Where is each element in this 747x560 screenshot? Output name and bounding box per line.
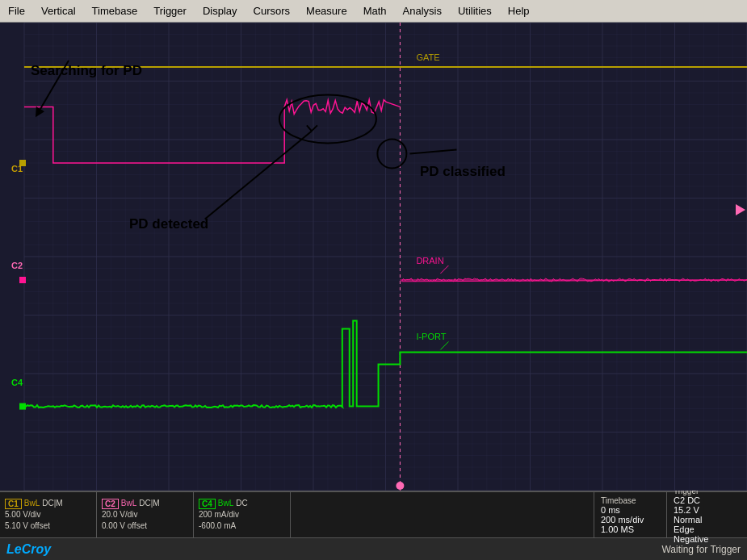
annotation-pd-classified: PD classified: [420, 164, 506, 180]
trigger-mode: Normal: [674, 515, 741, 524]
timebase-label: Timebase: [601, 496, 660, 505]
trigger-slope: Edge: [674, 524, 741, 534]
c1-scale: 5.00 V/div: [5, 509, 91, 520]
c4-scale: 200 mA/div: [199, 509, 285, 520]
c4-badge: C4: [199, 499, 216, 509]
c2-offset: 0.00 V offset: [102, 520, 188, 532]
c2-coupling: DC|M: [139, 498, 159, 509]
menu-analysis[interactable]: Analysis: [395, 3, 450, 19]
c2-bwl: BwL: [121, 498, 136, 509]
arrow-searching-pd: [24, 61, 73, 120]
menu-vertical[interactable]: Vertical: [33, 3, 84, 19]
status-bar: C1 BwL DC|M 5.00 V/div 5.10 V offset C2 …: [0, 491, 747, 537]
waveform-canvas: [0, 23, 747, 491]
brand-label: LeCroy: [6, 542, 51, 557]
trigger-level: 15.2 V: [674, 505, 741, 515]
scope-screen: Searching for PD PD detected PD classifi…: [0, 23, 747, 491]
status-right: Timebase 0 ms 200 ms/div 1.00 MS Trigger…: [594, 492, 747, 537]
status-text: Waiting for Trigger: [661, 544, 741, 555]
timebase-value-top: 0 ms: [601, 505, 660, 515]
menu-measure[interactable]: Measure: [298, 3, 355, 19]
timebase-box: Timebase 0 ms 200 ms/div 1.00 MS: [594, 492, 666, 537]
menu-cursors[interactable]: Cursors: [246, 3, 299, 19]
menu-math[interactable]: Math: [355, 3, 395, 19]
c4-coupling: DC: [236, 498, 247, 509]
menu-display[interactable]: Display: [195, 3, 246, 19]
footer: LeCroy Waiting for Trigger: [0, 537, 747, 560]
ch1-info: C1 BwL DC|M 5.00 V/div 5.10 V offset: [0, 492, 97, 537]
menu-utilities[interactable]: Utilities: [450, 3, 500, 19]
c1-bwl: BwL: [24, 498, 40, 509]
ch4-info: C4 BwL DC 200 mA/div -600.0 mA: [194, 492, 291, 537]
trigger-polarity: Negative: [674, 534, 741, 544]
menu-bar: File Vertical Timebase Trigger Display C…: [0, 0, 747, 23]
channel-label-c4: C4: [0, 378, 23, 387]
trigger-channel: C2 DC: [674, 495, 741, 505]
channel-label-c1: C1: [0, 164, 23, 173]
trigger-box: Trigger C2 DC 15.2 V Normal Edge Negativ…: [666, 492, 747, 537]
c4-bwl: BwL: [218, 498, 233, 509]
timebase-full: 1.00 MS: [601, 524, 660, 534]
menu-timebase[interactable]: Timebase: [84, 3, 146, 19]
c1-coupling: DC|M: [42, 498, 62, 509]
c2-badge: C2: [102, 499, 119, 509]
annotation-pd-detected: PD detected: [129, 216, 208, 232]
c4-offset: -600.0 mA: [199, 520, 285, 532]
timebase-scale: 200 ms/div: [601, 515, 660, 524]
c1-offset: 5.10 V offset: [5, 520, 91, 532]
svg-line-0: [40, 61, 69, 109]
c1-badge: C1: [5, 499, 22, 509]
channel-label-c2: C2: [0, 261, 23, 270]
ch2-info: C2 BwL DC|M 20.0 V/div 0.00 V offset: [97, 492, 194, 537]
menu-trigger[interactable]: Trigger: [145, 3, 195, 19]
c2-scale: 20.0 V/div: [102, 509, 188, 520]
menu-help[interactable]: Help: [500, 3, 538, 19]
menu-file[interactable]: File: [0, 3, 33, 19]
